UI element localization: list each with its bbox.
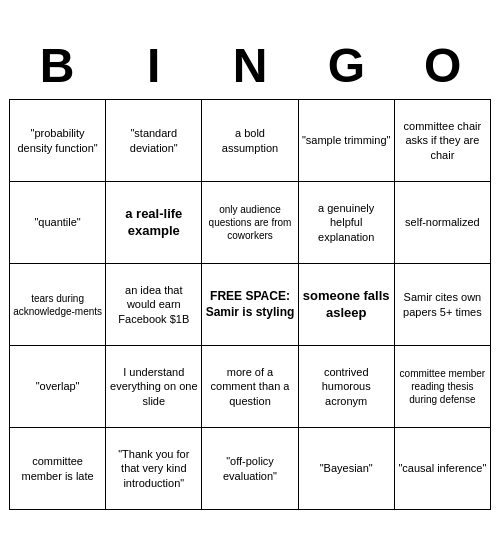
bingo-cell-21: "Thank you for that very kind introducti… — [106, 428, 202, 510]
bingo-cell-23: "Bayesian" — [299, 428, 395, 510]
bingo-cell-text-0: "probability density function" — [13, 126, 102, 155]
bingo-cell-text-24: "causal inference" — [398, 461, 486, 475]
bingo-cell-5: "quantile" — [10, 182, 106, 264]
bingo-cell-2: a bold assumption — [202, 100, 298, 182]
bingo-card: BINGO "probability density function""sta… — [5, 30, 495, 514]
bingo-cell-8: a genuinely helpful explanation — [299, 182, 395, 264]
bingo-cell-4: committee chair asks if they are chair — [395, 100, 491, 182]
bingo-cell-text-19: committee member reading thesis during d… — [398, 367, 487, 406]
bingo-cell-3: "sample trimming" — [299, 100, 395, 182]
bingo-cell-text-8: a genuinely helpful explanation — [302, 201, 391, 244]
bingo-cell-19: committee member reading thesis during d… — [395, 346, 491, 428]
bingo-letter-o: O — [403, 38, 483, 93]
bingo-cell-14: Samir cites own papers 5+ times — [395, 264, 491, 346]
bingo-cell-12: FREE SPACE: Samir is styling — [202, 264, 298, 346]
bingo-cell-24: "causal inference" — [395, 428, 491, 510]
bingo-cell-text-13: someone falls asleep — [302, 288, 391, 322]
bingo-cell-1: "standard deviation" — [106, 100, 202, 182]
bingo-cell-16: I understand everything on one slide — [106, 346, 202, 428]
bingo-cell-text-15: "overlap" — [36, 379, 80, 393]
bingo-cell-text-23: "Bayesian" — [320, 461, 373, 475]
bingo-cell-9: self-normalized — [395, 182, 491, 264]
bingo-letter-b: B — [17, 38, 97, 93]
bingo-cell-text-3: "sample trimming" — [302, 133, 391, 147]
bingo-cell-6: a real-life example — [106, 182, 202, 264]
bingo-cell-text-17: more of a comment than a question — [205, 365, 294, 408]
bingo-cell-20: committee member is late — [10, 428, 106, 510]
bingo-cell-13: someone falls asleep — [299, 264, 395, 346]
bingo-cell-text-14: Samir cites own papers 5+ times — [398, 290, 487, 319]
bingo-cell-17: more of a comment than a question — [202, 346, 298, 428]
bingo-grid: "probability density function""standard … — [9, 99, 491, 510]
bingo-cell-22: "off-policy evaluation" — [202, 428, 298, 510]
bingo-cell-text-10: tears during acknowledge-ments — [13, 292, 102, 318]
bingo-letter-n: N — [210, 38, 290, 93]
bingo-cell-text-22: "off-policy evaluation" — [205, 454, 294, 483]
bingo-cell-text-21: "Thank you for that very kind introducti… — [109, 447, 198, 490]
bingo-cell-11: an idea that would earn Facebook $1B — [106, 264, 202, 346]
bingo-cell-text-1: "standard deviation" — [109, 126, 198, 155]
bingo-cell-text-11: an idea that would earn Facebook $1B — [109, 283, 198, 326]
bingo-cell-15: "overlap" — [10, 346, 106, 428]
bingo-cell-0: "probability density function" — [10, 100, 106, 182]
bingo-cell-18: contrived humorous acronym — [299, 346, 395, 428]
bingo-cell-text-6: a real-life example — [109, 206, 198, 240]
bingo-title: BINGO — [9, 34, 491, 99]
bingo-cell-text-20: committee member is late — [13, 454, 102, 483]
bingo-cell-10: tears during acknowledge-ments — [10, 264, 106, 346]
bingo-cell-text-7: only audience questions are from coworke… — [205, 203, 294, 242]
bingo-cell-text-5: "quantile" — [34, 215, 80, 229]
bingo-cell-7: only audience questions are from coworke… — [202, 182, 298, 264]
bingo-cell-text-9: self-normalized — [405, 215, 480, 229]
bingo-letter-i: I — [114, 38, 194, 93]
bingo-cell-text-12: FREE SPACE: Samir is styling — [205, 289, 294, 320]
bingo-cell-text-4: committee chair asks if they are chair — [398, 119, 487, 162]
bingo-cell-text-2: a bold assumption — [205, 126, 294, 155]
bingo-letter-g: G — [306, 38, 386, 93]
bingo-cell-text-18: contrived humorous acronym — [302, 365, 391, 408]
bingo-cell-text-16: I understand everything on one slide — [109, 365, 198, 408]
